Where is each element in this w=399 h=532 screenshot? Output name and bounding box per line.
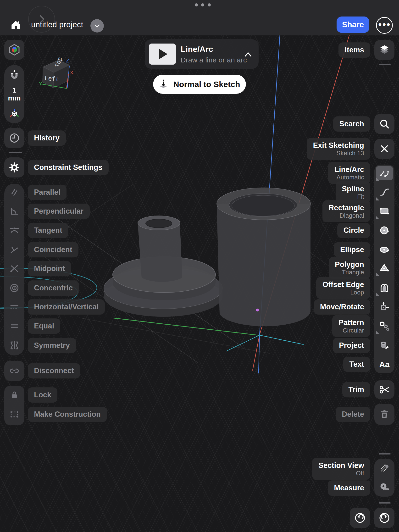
view-cube[interactable]: Top Left Z X Y [39, 56, 73, 89]
tool-options-indicator [376, 293, 379, 296]
rectangle-label-row[interactable]: RectangleDiagonal [323, 200, 370, 222]
delete-button[interactable] [374, 404, 394, 425]
section-view-label-row[interactable]: Section ViewOff [312, 458, 370, 480]
project-menu-button[interactable] [90, 19, 104, 32]
project-label-row[interactable]: Project [333, 338, 370, 353]
exit-sketching-label-row[interactable]: Exit Sketching Sketch 13 [307, 138, 370, 160]
more-menu-button[interactable]: ●●● [376, 17, 393, 34]
tool-offset-edge[interactable] [374, 279, 394, 297]
make-construction-button[interactable] [4, 406, 24, 423]
constraint-settings-button[interactable] [4, 157, 24, 177]
sketch-point[interactable] [256, 309, 259, 311]
make-construction-label-row[interactable]: Make Construction [28, 407, 107, 422]
delete-label-row[interactable]: Delete [336, 407, 370, 422]
midpoint-label-row[interactable]: Midpoint [28, 261, 71, 276]
exit-sketching-sublabel: Sketch 13 [313, 150, 364, 157]
offset-edge-label-row[interactable]: Offset EdgeLoop [316, 277, 370, 299]
redo-button[interactable] [374, 508, 394, 528]
trash-icon [379, 409, 390, 420]
move-rotate-label-row[interactable]: Move/Rotate [314, 299, 370, 315]
undo-button[interactable] [350, 508, 370, 528]
tool-text[interactable]: Aa [374, 356, 394, 373]
exit-sketching-label: Exit Sketching [313, 141, 364, 150]
horizontal-vertical-label-row[interactable]: Horizontal/Vertical [28, 299, 105, 315]
perpendicular-label-row[interactable]: Perpendicular [28, 203, 90, 219]
model-cylinder[interactable] [217, 188, 310, 326]
pattern-label-row[interactable]: PatternCircular [332, 315, 370, 337]
concentric-label-row[interactable]: Concentric [28, 280, 79, 296]
constraint-symmetry-button[interactable] [4, 337, 24, 354]
equal-label-row[interactable]: Equal [28, 318, 60, 334]
model-flange[interactable] [104, 216, 222, 317]
tool-options-indicator [376, 197, 379, 200]
history-label: History [34, 134, 60, 142]
tool-pattern[interactable] [374, 317, 394, 335]
disconnect-label-row[interactable]: Disconnect [28, 363, 80, 378]
hint-title: Line/Arc [181, 44, 213, 54]
measure-label-row[interactable]: Measure [328, 480, 370, 496]
disconnect-button[interactable] [4, 361, 24, 381]
history-label-row[interactable]: History [28, 130, 66, 146]
history-button[interactable] [4, 128, 24, 148]
lock-label-row[interactable]: Lock [28, 387, 57, 403]
constraint-equal-button[interactable] [4, 317, 24, 335]
tutorial-video-thumbnail[interactable] [149, 44, 176, 65]
layers-icon [378, 44, 390, 56]
lock-button[interactable] [4, 386, 24, 404]
exit-sketching-button[interactable] [374, 139, 394, 159]
tool-spline[interactable] [374, 184, 394, 201]
share-button[interactable]: Share [336, 17, 369, 33]
constraint-settings-label-row[interactable]: Constraint Settings [28, 160, 109, 175]
concentric-icon [9, 283, 20, 293]
symmetry-label-row[interactable]: Symmetry [28, 338, 76, 353]
line-arc-label-row[interactable]: Line/ArcAutomatic [328, 162, 370, 184]
tool-move-rotate[interactable] [374, 298, 394, 316]
snap-settings-panel: 1mm [4, 65, 24, 123]
collapse-hint-button[interactable] [244, 51, 252, 59]
coincident-label-row[interactable]: Coincident [28, 242, 78, 257]
multitask-handle[interactable] [195, 3, 211, 6]
tool-hint-card[interactable]: Line/Arc Draw a line or an arc [145, 39, 259, 69]
measure-button[interactable] [374, 478, 394, 496]
tool-rectangle[interactable] [374, 203, 394, 220]
home-button[interactable] [10, 19, 22, 31]
snap-magnet-icon[interactable] [9, 69, 20, 80]
sketch-line-right[interactable] [260, 335, 303, 344]
constraint-tangent-button[interactable] [4, 222, 24, 239]
normal-to-sketch-button[interactable]: Normal to Sketch [153, 75, 246, 94]
search-button[interactable] [374, 114, 394, 134]
project-title[interactable]: untitled project [31, 20, 83, 29]
chevron-down-icon [94, 22, 101, 29]
snap-value[interactable]: 1mm [8, 86, 21, 102]
circle-label-row[interactable]: Circle [337, 223, 370, 238]
constraint-coincident-button[interactable] [4, 241, 24, 258]
constraint-horizontal-vertical-button[interactable] [4, 298, 24, 316]
tangent-label-row[interactable]: Tangent [28, 223, 68, 238]
tool-line-arc[interactable] [374, 164, 394, 182]
tool-polygon[interactable] [374, 259, 394, 277]
tool-circle[interactable] [374, 222, 394, 239]
trim-button[interactable] [374, 380, 394, 399]
ellipse-label-row[interactable]: Ellipse [334, 242, 370, 257]
constraint-concentric-button[interactable] [4, 279, 24, 297]
tool-project[interactable] [374, 337, 394, 354]
text-label-row[interactable]: Text [343, 357, 370, 372]
polygon-label-row[interactable]: PolygonTriangle [329, 257, 370, 279]
items-label-row[interactable]: Items [338, 42, 370, 58]
axis-grid-icon[interactable] [9, 108, 20, 119]
constraint-midpoint-button[interactable] [4, 260, 24, 277]
items-button[interactable] [374, 40, 394, 60]
redo-icon [378, 512, 391, 524]
tangent-icon [9, 225, 20, 236]
constraint-perpendicular-button[interactable] [4, 203, 24, 220]
trim-label-row[interactable]: Trim [342, 382, 370, 397]
normal-to-sketch-icon [159, 79, 170, 90]
grid-settings-button[interactable] [4, 40, 24, 60]
tool-ellipse[interactable] [374, 241, 394, 258]
search-label-row[interactable]: Search [333, 116, 370, 132]
tool-options-indicator [376, 178, 379, 181]
parallel-label-row[interactable]: Parallel [28, 185, 66, 200]
constraint-parallel-button[interactable] [4, 184, 24, 201]
construction-rect-icon [9, 409, 20, 420]
section-view-button[interactable] [374, 460, 394, 477]
